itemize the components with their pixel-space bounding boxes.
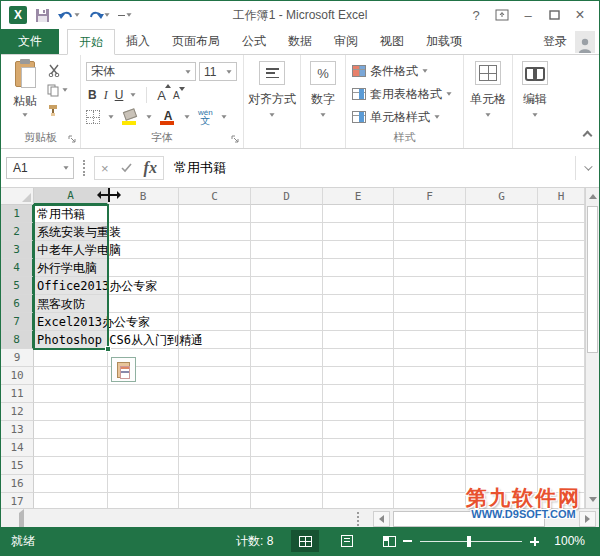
cell-E4[interactable] xyxy=(323,259,394,277)
cell-C16[interactable] xyxy=(179,475,251,493)
cell-E11[interactable] xyxy=(323,385,394,403)
cell-D13[interactable] xyxy=(251,421,323,439)
maximize-button[interactable] xyxy=(543,5,565,25)
copy-button[interactable] xyxy=(47,83,68,97)
cell-G2[interactable] xyxy=(466,223,538,241)
row-header-16[interactable]: 16 xyxy=(1,475,34,493)
cell-E13[interactable] xyxy=(323,421,394,439)
cell-H16[interactable] xyxy=(538,475,585,493)
cell-H9[interactable] xyxy=(538,349,585,367)
row-header-12[interactable]: 12 xyxy=(1,403,34,421)
alignment-button[interactable]: 对齐方式 xyxy=(244,61,300,117)
cell-A6[interactable]: 黑客攻防 xyxy=(34,295,108,313)
cell-G4[interactable] xyxy=(466,259,538,277)
cell-F15[interactable] xyxy=(394,457,466,475)
cell-C14[interactable] xyxy=(179,439,251,457)
cell-H3[interactable] xyxy=(538,241,585,259)
cell-C9[interactable] xyxy=(179,349,251,367)
cell-D2[interactable] xyxy=(251,223,323,241)
phonetic-dropdown-icon[interactable] xyxy=(221,115,226,118)
redo-icon[interactable] xyxy=(86,5,112,25)
cell-A2[interactable]: 系统安装与重装 xyxy=(34,223,108,241)
excel-logo-icon[interactable]: X xyxy=(7,5,29,25)
vertical-scrollbar[interactable] xyxy=(585,188,599,508)
cell-G3[interactable] xyxy=(466,241,538,259)
cell-F16[interactable] xyxy=(394,475,466,493)
tab-insert[interactable]: 插入 xyxy=(115,29,161,54)
cell-E3[interactable] xyxy=(323,241,394,259)
cell-F2[interactable] xyxy=(394,223,466,241)
cell-E2[interactable] xyxy=(323,223,394,241)
cell-B15[interactable] xyxy=(108,457,179,475)
zoom-out-icon[interactable] xyxy=(403,540,412,542)
cell-C6[interactable] xyxy=(179,295,251,313)
cell-B14[interactable] xyxy=(108,439,179,457)
cell-G9[interactable] xyxy=(466,349,538,367)
column-header-F[interactable]: F xyxy=(394,188,466,205)
format-painter-button[interactable] xyxy=(47,103,68,117)
cell-G7[interactable] xyxy=(466,313,538,331)
customize-qat-icon[interactable] xyxy=(116,5,134,25)
cell-C1[interactable] xyxy=(179,205,251,223)
cell-F6[interactable] xyxy=(394,295,466,313)
zoom-level[interactable]: 100% xyxy=(554,534,585,548)
cell-D5[interactable] xyxy=(251,277,323,295)
cell-H1[interactable] xyxy=(538,205,585,223)
cell-H4[interactable] xyxy=(538,259,585,277)
name-box[interactable]: A1 xyxy=(6,157,74,179)
cell-E15[interactable] xyxy=(323,457,394,475)
expand-formula-bar-icon[interactable] xyxy=(575,156,597,180)
cell-C2[interactable] xyxy=(179,223,251,241)
increase-font-size-button[interactable]: A xyxy=(157,88,166,103)
cell-F17[interactable] xyxy=(394,493,466,508)
format-as-table-button[interactable]: 套用表格格式 xyxy=(352,86,452,102)
cell-B17[interactable] xyxy=(108,493,179,508)
cell-F9[interactable] xyxy=(394,349,466,367)
cell-B1[interactable] xyxy=(108,205,179,223)
cell-F5[interactable] xyxy=(394,277,466,295)
cell-E6[interactable] xyxy=(323,295,394,313)
editing-button[interactable]: 编辑 xyxy=(513,61,557,117)
cell-A3[interactable]: 中老年人学电脑 xyxy=(34,241,108,259)
column-header-G[interactable]: G xyxy=(466,188,538,205)
cell-C11[interactable] xyxy=(179,385,251,403)
scrollbar-splitter[interactable] xyxy=(357,512,359,526)
cell-B13[interactable] xyxy=(108,421,179,439)
cell-H17[interactable] xyxy=(538,493,585,508)
tab-page-layout[interactable]: 页面布局 xyxy=(161,29,231,54)
cell-E9[interactable] xyxy=(323,349,394,367)
cell-F1[interactable] xyxy=(394,205,466,223)
enter-check-icon[interactable] xyxy=(121,159,132,177)
cell-D9[interactable] xyxy=(251,349,323,367)
borders-dropdown-icon[interactable] xyxy=(108,115,113,118)
cell-G13[interactable] xyxy=(466,421,538,439)
cell-H11[interactable] xyxy=(538,385,585,403)
cell-A1[interactable]: 常用书籍 xyxy=(34,205,108,223)
cell-G6[interactable] xyxy=(466,295,538,313)
row-header-17[interactable]: 17 xyxy=(1,493,34,508)
column-header-H[interactable]: H xyxy=(538,188,585,205)
tab-review[interactable]: 审阅 xyxy=(323,29,369,54)
cell-D3[interactable] xyxy=(251,241,323,259)
ribbon-display-options-icon[interactable] xyxy=(491,5,513,25)
cell-H8[interactable] xyxy=(538,331,585,349)
cell-F4[interactable] xyxy=(394,259,466,277)
cell-A7[interactable]: Excel2013办公专家 xyxy=(34,313,108,331)
cell-D6[interactable] xyxy=(251,295,323,313)
font-size-select[interactable]: 11 xyxy=(199,62,237,81)
cell-E1[interactable] xyxy=(323,205,394,223)
cell-B16[interactable] xyxy=(108,475,179,493)
cell-E12[interactable] xyxy=(323,403,394,421)
row-header-6[interactable]: 6 xyxy=(1,295,34,313)
zoom-slider-thumb[interactable] xyxy=(467,536,471,547)
cell-E10[interactable] xyxy=(323,367,394,385)
cell-A9[interactable] xyxy=(34,349,108,367)
row-header-8[interactable]: 8 xyxy=(1,331,34,349)
row-header-15[interactable]: 15 xyxy=(1,457,34,475)
cell-E5[interactable] xyxy=(323,277,394,295)
row-header-1[interactable]: 1 xyxy=(1,205,34,223)
row-header-14[interactable]: 14 xyxy=(1,439,34,457)
paste-options-smart-tag[interactable] xyxy=(111,357,136,382)
cell-F10[interactable] xyxy=(394,367,466,385)
cell-C13[interactable] xyxy=(179,421,251,439)
